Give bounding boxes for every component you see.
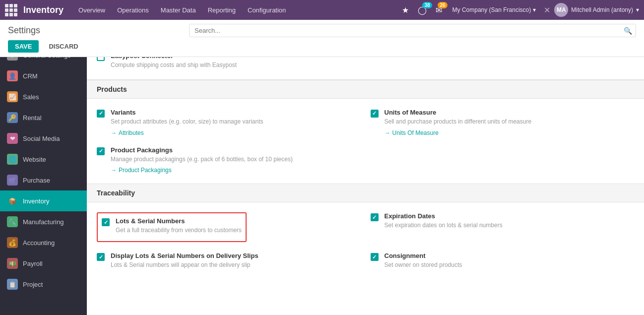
units-checkbox[interactable] xyxy=(371,110,379,118)
delivery-lots-label: Display Lots & Serial Numbers on Deliver… xyxy=(111,252,258,259)
delivery-lots-checkbox[interactable] xyxy=(97,253,105,261)
traceability-grid: Lots & Serial Numbers Get a full traceab… xyxy=(87,202,644,282)
expiration-description: Set expiration dates on lots & serial nu… xyxy=(385,221,503,230)
main-layout: ⚙ General Settings 👤 CRM 📈 Sales 🔑 Renta… xyxy=(0,45,644,315)
setting-item-lots: Lots & Serial Numbers Get a full traceab… xyxy=(97,212,361,242)
lots-description: Get a full traceability from vendors to … xyxy=(116,226,242,235)
sidebar-label-crm: CRM xyxy=(23,72,38,80)
sidebar-label-manufacturing: Manufacturing xyxy=(23,218,64,226)
setting-item-units: Units of Measure Sell and purchase produ… xyxy=(371,109,635,136)
variants-label: Variants xyxy=(111,109,263,116)
close-company-icon[interactable]: ✕ xyxy=(544,5,550,15)
search-icon: 🔍 xyxy=(624,27,632,35)
content-inner: Easypost Connector Compute shipping cost… xyxy=(87,45,644,282)
inventory-icon: 📦 xyxy=(7,195,18,206)
units-description: Sell and purchase products in different … xyxy=(385,118,532,126)
sidebar-label-accounting: Accounting xyxy=(23,239,55,247)
units-label: Units of Measure xyxy=(385,109,532,116)
avatar: MA xyxy=(554,3,568,17)
navbar-menu: Overview Operations Master Data Reportin… xyxy=(73,3,399,17)
packagings-label: Product Packagings xyxy=(111,146,293,154)
payroll-icon: 💵 xyxy=(7,258,18,269)
clock-icon-btn[interactable]: ◯ 38 xyxy=(415,4,429,16)
sidebar-item-accounting[interactable]: 💰 Accounting xyxy=(0,232,87,253)
setting-item-expiration: Expiration Dates Set expiration dates on… xyxy=(371,212,635,242)
delivery-lots-description: Lots & Serial numbers will appear on the… xyxy=(111,261,258,269)
setting-item-delivery-lots: Display Lots & Serial Numbers on Deliver… xyxy=(97,252,361,272)
chat-badge: 26 xyxy=(438,2,447,8)
page-title: Settings xyxy=(8,25,40,36)
company-selector[interactable]: My Company (San Francisco) ▾ xyxy=(449,6,540,13)
project-icon: 📋 xyxy=(7,279,18,290)
sidebar-item-website[interactable]: 🌐 Website xyxy=(0,149,87,170)
save-button[interactable]: SAVE xyxy=(8,40,39,53)
sidebar-label-purchase: Purchase xyxy=(23,177,50,184)
sidebar-item-manufacturing[interactable]: 🔧 Manufacturing xyxy=(0,211,87,232)
accounting-icon: 💰 xyxy=(7,237,18,248)
setting-item-consignment: Consignment Set owner on stored products xyxy=(371,252,635,272)
packagings-checkbox[interactable] xyxy=(97,147,105,155)
user-menu[interactable]: MA Mitchell Admin (antony) ▾ xyxy=(554,3,639,17)
navbar-actions: ★ ◯ 38 ✉ 26 My Company (San Francisco) ▾… xyxy=(399,3,639,17)
consignment-checkbox[interactable] xyxy=(371,253,379,261)
bug-icon-btn[interactable]: ★ xyxy=(399,4,411,16)
sidebar-label-sales: Sales xyxy=(23,93,39,101)
website-icon: 🌐 xyxy=(7,154,18,165)
social-icon: ❤ xyxy=(7,133,18,144)
chevron-down-icon: ▾ xyxy=(533,6,536,13)
user-chevron-icon: ▾ xyxy=(636,6,639,13)
sidebar-label-website: Website xyxy=(23,156,46,163)
consignment-description: Set owner on stored products xyxy=(385,261,462,269)
rental-icon: 🔑 xyxy=(7,112,18,123)
variants-description: Set product attributes (e.g. color, size… xyxy=(111,118,263,126)
navbar: Inventory Overview Operations Master Dat… xyxy=(0,0,644,20)
traceability-section-header: Traceability xyxy=(87,184,644,202)
sidebar-item-purchase[interactable]: 🛒 Purchase xyxy=(0,170,87,190)
manufacturing-icon: 🔧 xyxy=(7,216,18,227)
sidebar-item-rental[interactable]: 🔑 Rental xyxy=(0,107,87,128)
navbar-brand: Inventory xyxy=(23,5,64,15)
app-grid-icon[interactable] xyxy=(5,4,17,16)
nav-reporting[interactable]: Reporting xyxy=(203,3,241,17)
packagings-link[interactable]: → Product Packagings xyxy=(111,167,172,174)
expiration-label: Expiration Dates xyxy=(385,212,503,220)
consignment-label: Consignment xyxy=(385,252,462,259)
nav-master-data[interactable]: Master Data xyxy=(156,3,201,17)
purchase-icon: 🛒 xyxy=(7,175,18,186)
setting-item-packagings: Product Packagings Manage product packag… xyxy=(97,146,361,174)
setting-item-variants: Variants Set product attributes (e.g. co… xyxy=(97,109,361,136)
nav-configuration[interactable]: Configuration xyxy=(243,3,291,17)
content-area: Easypost Connector Compute shipping cost… xyxy=(87,45,644,315)
discard-button[interactable]: DISCARD xyxy=(42,40,85,53)
clock-badge: 38 xyxy=(422,2,432,8)
nav-operations[interactable]: Operations xyxy=(112,3,154,17)
expiration-checkbox[interactable] xyxy=(371,213,379,221)
sidebar-label-rental: Rental xyxy=(23,114,42,122)
search-input[interactable] xyxy=(189,24,636,37)
products-grid: Variants Set product attributes (e.g. co… xyxy=(87,99,644,184)
chat-icon-btn[interactable]: ✉ 26 xyxy=(433,4,445,16)
sidebar-item-social-media[interactable]: ❤ Social Media xyxy=(0,128,87,149)
products-section-header: Products xyxy=(87,80,644,99)
packagings-description: Manage product packagings (e.g. pack of … xyxy=(111,155,293,164)
sales-icon: 📈 xyxy=(7,91,18,102)
lots-label: Lots & Serial Numbers xyxy=(116,217,242,225)
variants-link[interactable]: → Attributes xyxy=(111,129,144,136)
sidebar-item-project[interactable]: 📋 Project xyxy=(0,274,87,295)
sidebar-label-payroll: Payroll xyxy=(23,260,43,267)
variants-checkbox[interactable] xyxy=(97,110,105,118)
sidebar-item-payroll[interactable]: 💵 Payroll xyxy=(0,253,87,274)
sidebar-item-inventory[interactable]: 📦 Inventory xyxy=(0,190,87,211)
easypost-description: Compute shipping costs and ship with Eas… xyxy=(111,61,237,69)
sidebar: ⚙ General Settings 👤 CRM 📈 Sales 🔑 Renta… xyxy=(0,45,87,315)
sidebar-item-crm[interactable]: 👤 CRM xyxy=(0,65,87,86)
nav-overview[interactable]: Overview xyxy=(73,3,110,17)
units-link[interactable]: → Units Of Measure xyxy=(385,129,439,136)
sidebar-label-inventory: Inventory xyxy=(23,197,49,205)
subheader: Settings 🔍 SAVE DISCARD xyxy=(0,20,644,57)
sidebar-label-social: Social Media xyxy=(23,135,60,142)
crm-icon: 👤 xyxy=(7,70,18,81)
lots-checkbox[interactable] xyxy=(102,218,110,226)
sidebar-item-sales[interactable]: 📈 Sales xyxy=(0,86,87,107)
sidebar-label-project: Project xyxy=(23,281,43,288)
